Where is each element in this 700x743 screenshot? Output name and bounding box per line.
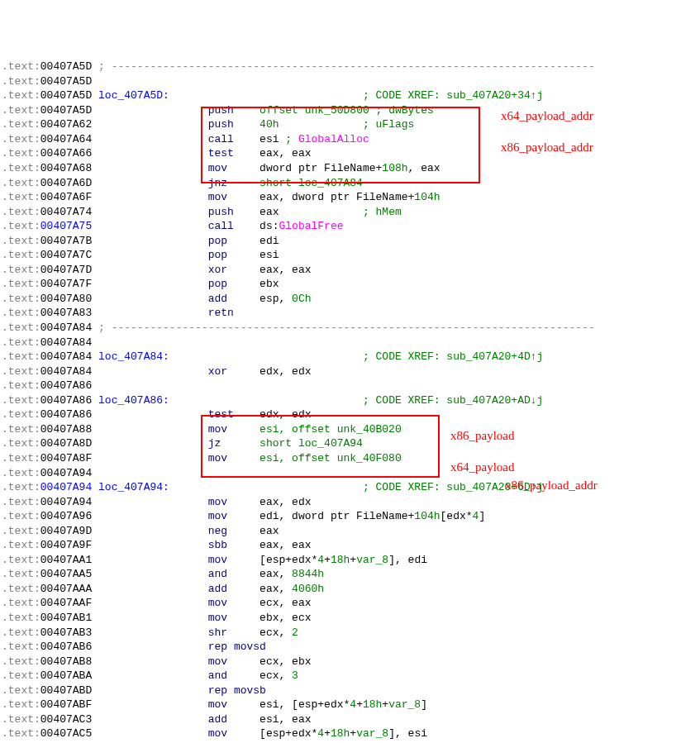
asm-line: .text:00407A7F pop ebx <box>2 277 698 292</box>
asm-line: .text:00407AB6 rep movsd <box>2 640 698 655</box>
asm-line: .text:00407A8D jz short loc_407A94 <box>2 436 698 451</box>
asm-line: .text:00407A66 test eax, eax <box>2 146 698 161</box>
asm-line: .text:00407A7B pop edi <box>2 234 698 249</box>
asm-line: .text:00407AA1 mov [esp+edx*4+18h+var_8]… <box>2 553 698 568</box>
asm-line: .text:00407A5D loc_407A5D: ; CODE XREF: … <box>2 88 698 103</box>
asm-line: .text:00407A62 push 40h ; uFlags <box>2 117 698 132</box>
asm-line: .text:00407A75 call ds:GlobalFree <box>2 219 698 234</box>
asm-line: .text:00407AAA add eax, 4060h <box>2 582 698 597</box>
asm-line: .text:00407A94 mov eax, edx <box>2 495 698 510</box>
asm-line: .text:00407A84 xor edx, edx <box>2 364 698 379</box>
asm-line: .text:00407A94 <box>2 466 698 481</box>
asm-line: .text:00407AA5 and eax, 8844h <box>2 567 698 582</box>
asm-line: .text:00407A84 loc_407A84: ; CODE XREF: … <box>2 350 698 364</box>
asm-line: .text:00407ABF mov esi, [esp+edx*4+18h+v… <box>2 698 698 712</box>
asm-line: .text:00407A94 loc_407A94: ; CODE XREF: … <box>2 480 698 495</box>
asm-line: .text:00407A96 mov edi, dword ptr FileNa… <box>2 509 698 524</box>
asm-line: .text:00407A7C pop esi <box>2 248 698 263</box>
asm-line: .text:00407A5D ; -----------------------… <box>2 60 698 74</box>
asm-line: .text:00407A86 loc_407A86: ; CODE XREF: … <box>2 393 698 408</box>
asm-line: .text:00407A84 <box>2 336 698 350</box>
asm-line: .text:00407A83 retn <box>2 306 698 321</box>
asm-line: .text:00407AB3 shr ecx, 2 <box>2 626 698 641</box>
asm-line: .text:00407A9F sbb eax, eax <box>2 538 698 553</box>
asm-line: .text:00407A5D <box>2 74 698 89</box>
asm-line: .text:00407A8F mov esi, offset unk_40F08… <box>2 451 698 466</box>
asm-line: .text:00407A80 add esp, 0Ch <box>2 292 698 307</box>
asm-line: .text:00407AB8 mov ecx, ebx <box>2 655 698 669</box>
asm-line: .text:00407A6F mov eax, dword ptr FileNa… <box>2 190 698 205</box>
asm-line: .text:00407A74 push eax ; hMem <box>2 205 698 220</box>
asm-line: .text:00407AC3 add esi, eax <box>2 712 698 727</box>
asm-line: .text:00407ABA and ecx, 3 <box>2 669 698 683</box>
asm-line: .text:00407A86 test edx, edx <box>2 407 698 422</box>
asm-line: .text:00407A5D push offset unk_50D800 ; … <box>2 103 698 118</box>
asm-line: .text:00407A84 ; -----------------------… <box>2 321 698 336</box>
asm-line: .text:00407AAF mov ecx, eax <box>2 596 698 611</box>
asm-line: .text:00407AB1 mov ebx, ecx <box>2 611 698 626</box>
asm-line: .text:00407A88 mov esi, offset unk_40B02… <box>2 422 698 437</box>
asm-line: .text:00407A68 mov dword ptr FileName+10… <box>2 161 698 176</box>
asm-line: .text:00407A6D jnz short loc_407A84 <box>2 176 698 191</box>
asm-line: .text:00407AC5 mov [esp+edx*4+18h+var_8]… <box>2 726 698 741</box>
asm-line: .text:00407A64 call esi ; GlobalAlloc <box>2 132 698 147</box>
asm-line: .text:00407A9D neg eax <box>2 524 698 539</box>
asm-line: .text:00407ABD rep movsb <box>2 683 698 698</box>
asm-line: .text:00407A7D xor eax, eax <box>2 263 698 278</box>
disassembly-listing: .text:00407A5D ; -----------------------… <box>2 60 698 743</box>
asm-line: .text:00407A86 <box>2 379 698 393</box>
